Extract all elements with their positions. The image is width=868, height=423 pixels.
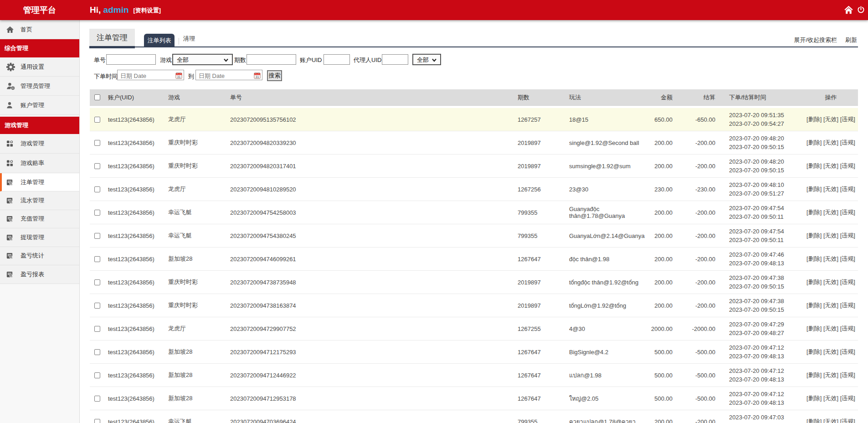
svg-text:31: 31 (256, 75, 259, 78)
svg-text:31: 31 (177, 75, 181, 78)
